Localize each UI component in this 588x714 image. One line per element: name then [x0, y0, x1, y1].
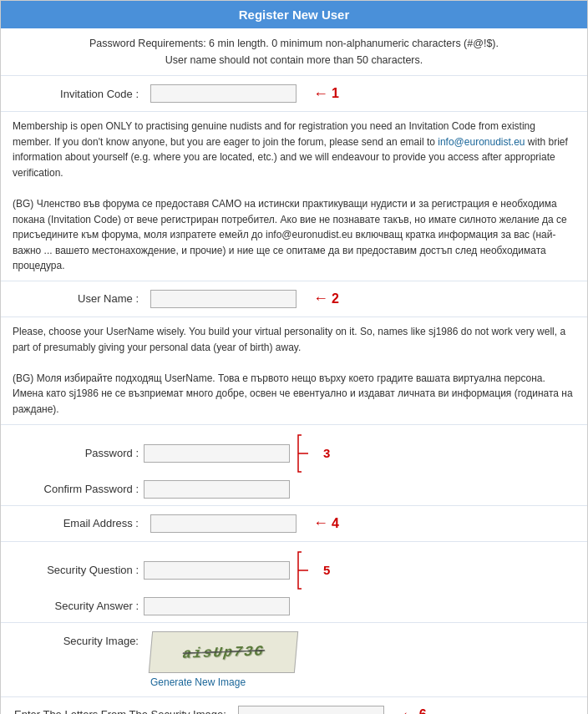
password-section: Password : 3 Confirm Password :	[1, 425, 587, 506]
security-image-section: Security Image: aisUp73G Generate New Im…	[1, 623, 587, 697]
letters-label: Enter The Letters From The Security Imag…	[14, 708, 231, 714]
security-image-label: Security Image:	[14, 631, 144, 647]
arrow-2: ← 2	[313, 290, 339, 307]
arrow-6: ← 6	[401, 706, 427, 714]
security-question-input[interactable]	[144, 561, 290, 580]
bracket-3-svg	[297, 432, 322, 475]
security-section: Security Question : 5 Security Answer :	[1, 542, 587, 623]
arrow-3-number: 3	[323, 446, 330, 460]
security-answer-input[interactable]	[144, 597, 290, 615]
arrow-3-bracket: 3	[297, 432, 330, 475]
bracket-5-svg	[297, 549, 322, 592]
email-row: Email Address : ← 4	[1, 506, 587, 542]
password-requirements: Password Requirements: 6 min length. 0 m…	[1, 28, 587, 76]
info-block-2: Please, choose your UserName wisely. You…	[1, 317, 587, 425]
security-question-row: Security Question : 5	[14, 549, 574, 592]
page-title: Register New User	[1, 1, 587, 28]
captcha-image: aisUp73G	[149, 631, 298, 673]
confirm-password-row: Confirm Password :	[14, 480, 574, 499]
email-link-1[interactable]: info@euronudist.eu	[438, 136, 525, 148]
arrow-5-number: 5	[323, 563, 330, 577]
password-input[interactable]	[144, 444, 290, 463]
username-label: User Name :	[14, 292, 144, 305]
security-answer-row: Security Answer :	[14, 597, 574, 615]
arrow-4: ← 4	[313, 514, 339, 532]
captcha-area: aisUp73G Generate New Image	[150, 631, 297, 688]
info-block-1: Membership is open ONLY to practising ge…	[1, 112, 587, 281]
confirm-password-label: Confirm Password :	[14, 483, 144, 495]
password-label: Password :	[14, 447, 144, 459]
security-answer-label: Security Answer :	[14, 600, 144, 612]
security-question-label: Security Question :	[14, 564, 144, 576]
email-input[interactable]	[150, 514, 297, 533]
confirm-password-input[interactable]	[144, 480, 290, 499]
letters-row: Enter The Letters From The Security Imag…	[1, 697, 587, 715]
invitation-code-input[interactable]	[150, 84, 297, 103]
username-input[interactable]	[150, 290, 297, 308]
invitation-code-label: Invitation Code :	[14, 88, 144, 100]
generate-image-link[interactable]: Generate New Image	[150, 676, 297, 688]
email-label: Email Address :	[14, 517, 144, 529]
letters-input[interactable]	[238, 706, 384, 715]
username-row: User Name : ← 2	[1, 281, 587, 317]
arrow-5-bracket: 5	[297, 549, 330, 592]
password-row: Password : 3	[14, 432, 574, 475]
invitation-code-row: Invitation Code : ← 1	[1, 76, 587, 112]
arrow-1: ← 1	[313, 85, 339, 103]
